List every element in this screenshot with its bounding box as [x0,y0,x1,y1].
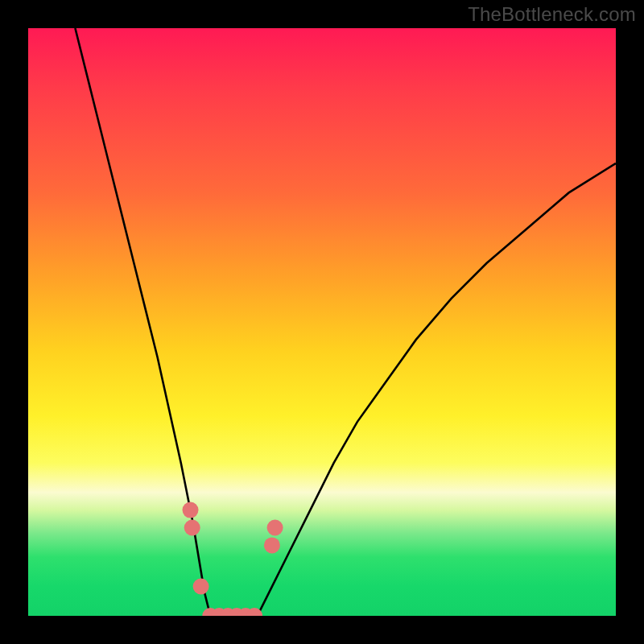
marker-dot [267,520,283,536]
marker-dot [264,537,280,553]
marker-dot [193,579,209,595]
series-lines [75,28,616,616]
chart-frame: TheBottleneck.com [0,0,644,644]
marker-dot [183,502,199,518]
chart-svg [28,28,616,616]
series-markers [183,502,283,616]
marker-dot [184,520,200,536]
right-curve-line [258,163,616,616]
chart-plot-area [28,28,616,616]
watermark-text: TheBottleneck.com [468,3,636,26]
